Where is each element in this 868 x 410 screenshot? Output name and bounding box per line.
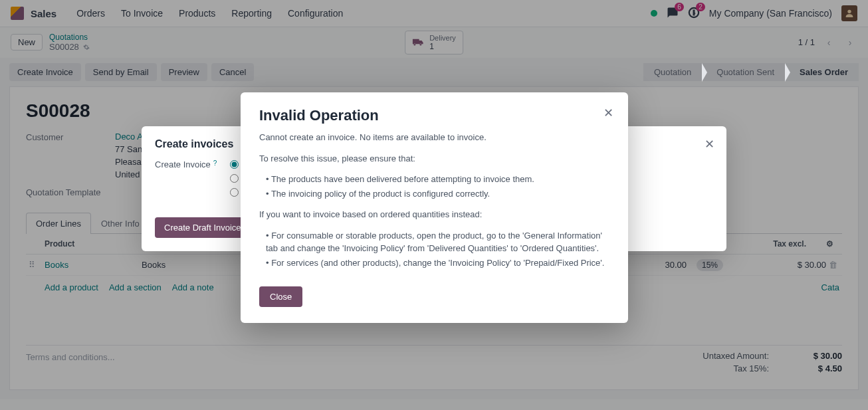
modal2-title: Invalid Operation <box>259 107 609 124</box>
help-icon[interactable]: ? <box>213 159 217 167</box>
create-draft-invoice-button[interactable]: Create Draft Invoice <box>155 217 251 238</box>
invalid-operation-modal: ✕ Invalid Operation Cannot create an inv… <box>241 92 628 323</box>
close-icon[interactable]: ✕ <box>603 106 613 120</box>
close-icon[interactable]: ✕ <box>705 137 714 152</box>
close-button[interactable]: Close <box>259 286 302 307</box>
create-invoice-label: Create Invoice? <box>155 159 217 197</box>
modal2-body: Cannot create an invoice. No items are a… <box>259 131 609 269</box>
